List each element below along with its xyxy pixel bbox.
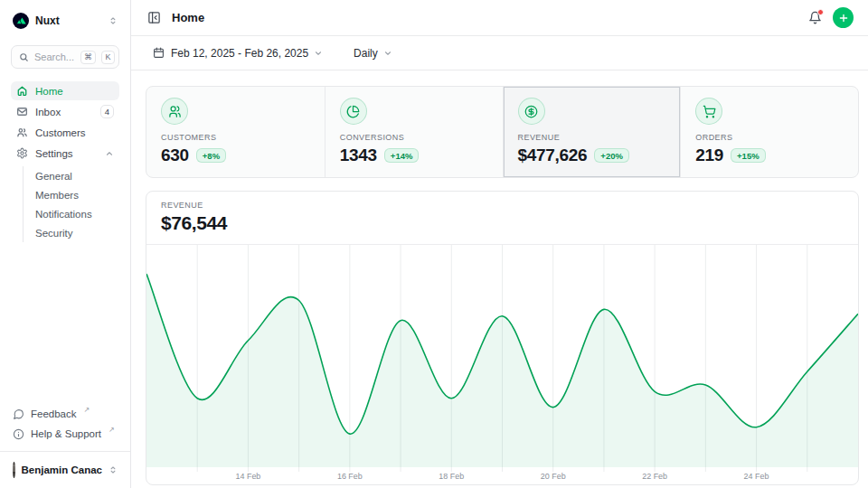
user-name: Benjamin Canac — [22, 465, 102, 475]
chevrons-up-down-icon — [108, 465, 118, 474]
stat-card-customers[interactable]: CUSTOMERS 630 +8% — [146, 87, 325, 177]
house-icon — [16, 85, 28, 97]
chart-metric-value: $76,544 — [161, 212, 844, 234]
users-icon — [161, 98, 188, 125]
chevron-up-icon — [105, 149, 114, 158]
avatar — [13, 462, 15, 478]
x-axis-tick-label: 18 Feb — [439, 472, 464, 481]
sidebar-collapse-button[interactable] — [146, 9, 163, 26]
external-link-icon: ↗ — [108, 426, 115, 434]
info-circle-icon — [13, 428, 24, 440]
team-name: Nuxt — [35, 14, 102, 27]
team-switcher[interactable]: Nuxt — [11, 9, 119, 33]
app-root: Nuxt Search... ⌘ K Home — [0, 0, 868, 488]
date-range-label: Feb 12, 2025 - Feb 26, 2025 — [171, 47, 308, 60]
sidebar-item-settings[interactable]: Settings — [11, 144, 119, 163]
sidebar: Nuxt Search... ⌘ K Home — [0, 0, 131, 488]
sidebar-item-general[interactable]: General — [24, 166, 119, 185]
add-button[interactable] — [833, 7, 854, 28]
sidebar-nav: Home Inbox 4 Customers Setting — [11, 81, 119, 242]
stat-label: ORDERS — [695, 133, 844, 142]
stat-delta-badge: +15% — [731, 148, 766, 163]
stat-delta-badge: +20% — [594, 148, 629, 163]
x-axis-tick-label: 24 Feb — [744, 472, 769, 481]
revenue-chart-plot[interactable]: 14 Feb16 Feb18 Feb20 Feb22 Feb24 Feb — [146, 245, 858, 484]
sidebar-item-label: Settings — [35, 148, 73, 159]
inbox-count-badge: 4 — [100, 105, 114, 118]
help-support-link[interactable]: Help & Support ↗ — [11, 424, 119, 444]
sidebar-item-notifications[interactable]: Notifications — [24, 204, 119, 223]
chart-metric-label: REVENUE — [161, 201, 844, 210]
stat-card-orders[interactable]: ORDERS 219 +15% — [680, 87, 858, 177]
sidebar-item-label: Inbox — [35, 107, 61, 117]
sidebar-item-inbox[interactable]: Inbox 4 — [11, 102, 119, 121]
gear-icon — [16, 147, 28, 159]
x-axis-tick-label: 20 Feb — [541, 472, 566, 481]
x-axis-tick-label: 16 Feb — [337, 472, 363, 481]
x-axis-tick-label: 14 Feb — [235, 472, 260, 481]
revenue-chart-svg: 14 Feb16 Feb18 Feb20 Feb22 Feb24 Feb — [146, 245, 858, 484]
stat-value: 1343 — [340, 145, 377, 165]
user-menu[interactable]: Benjamin Canac — [11, 459, 119, 481]
settings-subnav: General Members Notifications Security — [23, 166, 119, 242]
stat-card-revenue[interactable]: REVENUE $477,626 +20% — [503, 87, 681, 177]
message-bubble-icon — [13, 408, 24, 420]
page-title: Home — [172, 11, 797, 24]
feedback-label: Feedback — [31, 408, 77, 419]
nuxt-logo-icon — [13, 13, 29, 29]
sidebar-item-members[interactable]: Members — [24, 185, 119, 204]
stat-value: 219 — [695, 145, 723, 165]
pie-chart-icon — [340, 98, 367, 125]
kbd-k: K — [101, 51, 115, 64]
sidebar-item-label: Home — [35, 86, 63, 97]
stats-row: CUSTOMERS 630 +8% CONVERSIONS 1343 +14% — [146, 86, 859, 178]
search-input[interactable]: Search... ⌘ K — [11, 45, 119, 69]
notification-dot — [817, 9, 824, 15]
sidebar-item-customers[interactable]: Customers — [11, 123, 119, 142]
filters-toolbar: Feb 12, 2025 - Feb 26, 2025 Daily — [131, 36, 868, 70]
search-placeholder: Search... — [34, 52, 75, 62]
chevrons-up-down-icon — [108, 16, 118, 25]
sidebar-divider — [0, 451, 130, 452]
stat-label: CUSTOMERS — [161, 133, 310, 142]
sidebar-item-home[interactable]: Home — [11, 81, 119, 100]
users-icon — [16, 127, 28, 138]
cart-icon — [695, 98, 722, 125]
search-icon — [19, 52, 29, 62]
stat-label: CONVERSIONS — [340, 133, 488, 142]
stat-value: 630 — [161, 145, 189, 165]
chevron-down-icon — [314, 49, 323, 58]
main-area: Home Feb 12, 2025 - Feb 26, 2025 — [131, 0, 868, 488]
stat-card-conversions[interactable]: CONVERSIONS 1343 +14% — [325, 87, 503, 177]
calendar-icon — [153, 47, 165, 59]
chevron-down-icon — [383, 49, 392, 58]
x-axis-tick-label: 22 Feb — [642, 472, 667, 481]
period-label: Daily — [354, 47, 378, 60]
date-range-picker[interactable]: Feb 12, 2025 - Feb 26, 2025 — [146, 42, 330, 64]
sidebar-item-security[interactable]: Security — [24, 223, 119, 242]
feedback-link[interactable]: Feedback ↗ — [11, 404, 119, 424]
stat-delta-badge: +14% — [384, 148, 420, 163]
period-select[interactable]: Daily — [346, 42, 400, 64]
revenue-chart-header: REVENUE $76,544 — [146, 192, 858, 245]
topbar: Home — [131, 0, 868, 36]
help-support-label: Help & Support — [31, 428, 101, 439]
panel-left-close-icon — [147, 11, 161, 24]
mail-icon — [16, 106, 28, 117]
plus-icon — [838, 13, 849, 23]
notifications-button[interactable] — [807, 9, 824, 26]
sidebar-item-label: Customers — [35, 127, 86, 138]
content: CUSTOMERS 630 +8% CONVERSIONS 1343 +14% — [131, 70, 868, 488]
dollar-circle-icon — [518, 98, 545, 125]
stat-value: $477,626 — [518, 145, 588, 165]
revenue-chart-card: REVENUE $76,544 14 Feb16 Feb18 Feb20 Feb… — [146, 191, 859, 485]
external-link-icon: ↗ — [84, 406, 90, 414]
stat-label: REVENUE — [518, 133, 666, 142]
stat-delta-badge: +8% — [196, 148, 226, 163]
kbd-cmd: ⌘ — [80, 51, 96, 64]
